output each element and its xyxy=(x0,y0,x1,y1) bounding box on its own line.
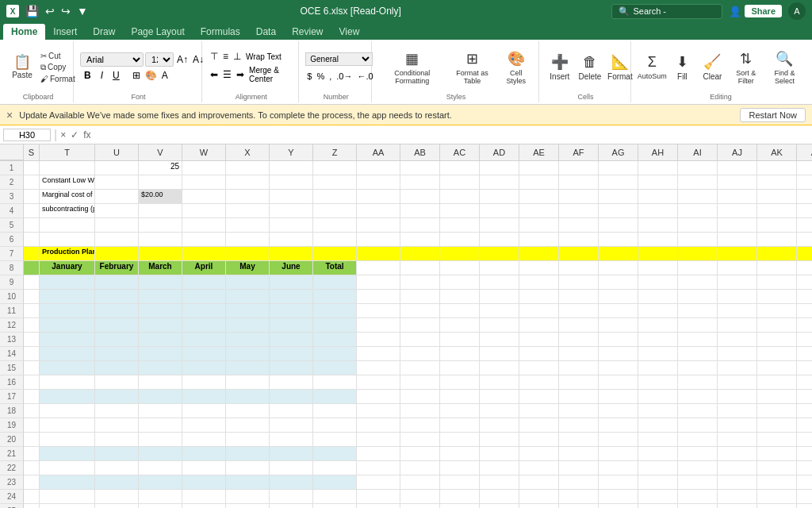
notification-close[interactable]: × xyxy=(6,109,13,121)
col-header-u[interactable]: U xyxy=(95,144,139,160)
col-header-ah[interactable]: AH xyxy=(638,144,678,160)
format-button[interactable]: 📐 Format xyxy=(606,44,634,90)
col-header-x[interactable]: X xyxy=(226,144,270,160)
col-march[interactable]: March xyxy=(139,261,182,275)
col-header-ac[interactable]: AC xyxy=(440,144,480,160)
cell-u1[interactable] xyxy=(95,161,139,175)
cell-t2[interactable]: Constant Low Workforce xyxy=(40,175,95,190)
autosum-button[interactable]: Σ AutoSum xyxy=(638,44,666,90)
clear-button[interactable]: 🧹 Clear xyxy=(698,44,726,90)
underline-button[interactable]: U xyxy=(109,68,124,83)
cancel-formula-icon[interactable]: × xyxy=(60,129,66,140)
cell-reference-box[interactable] xyxy=(3,129,51,141)
col-header-ab[interactable]: AB xyxy=(400,144,440,160)
cell-aa3[interactable] xyxy=(357,190,400,204)
col-header-v[interactable]: V xyxy=(139,144,182,160)
col-header-aj[interactable]: AJ xyxy=(718,144,757,160)
format-as-table-button[interactable]: ⊞ Format as Table xyxy=(447,44,497,90)
cell-x1[interactable] xyxy=(226,161,270,175)
cell-x2[interactable] xyxy=(226,175,270,190)
wrap-text-button[interactable]: Wrap Text xyxy=(244,51,283,63)
tab-formulas[interactable]: Formulas xyxy=(193,24,248,40)
conditional-formatting-button[interactable]: ▦ Conditional Formatting xyxy=(378,44,446,90)
cell-w2[interactable] xyxy=(182,175,226,190)
col-total[interactable]: Total xyxy=(313,261,357,275)
copy-button[interactable]: ⧉ Copy xyxy=(38,62,78,73)
cut-button[interactable]: ✂ Cut xyxy=(38,51,78,61)
cell-v2[interactable] xyxy=(139,175,182,190)
format-painter-button[interactable]: 🖌 Format xyxy=(38,74,78,84)
align-bottom-icon[interactable]: ⊥ xyxy=(232,49,243,64)
cell-u3[interactable] xyxy=(95,190,139,204)
redo-icon[interactable]: ↪ xyxy=(59,3,72,19)
cell-x3[interactable] xyxy=(226,190,270,204)
delete-button[interactable]: 🗑 Delete xyxy=(576,44,604,90)
confirm-formula-icon[interactable]: ✓ xyxy=(71,129,79,140)
decrease-decimal-icon[interactable]: ←.0 xyxy=(355,70,374,83)
col-header-w[interactable]: W xyxy=(182,144,226,160)
function-icon[interactable]: fx xyxy=(83,129,90,140)
currency-icon[interactable]: $ xyxy=(305,70,313,83)
fill-color-icon[interactable]: 🎨 xyxy=(144,70,159,81)
cell-y1[interactable] xyxy=(270,161,313,175)
cell-u2[interactable] xyxy=(95,175,139,190)
col-header-aa[interactable]: AA xyxy=(357,144,400,160)
align-right-icon[interactable]: ➡ xyxy=(235,67,246,82)
col-header-ai[interactable]: AI xyxy=(678,144,718,160)
cell-v1[interactable]: 25 xyxy=(139,161,182,175)
tab-view[interactable]: View xyxy=(331,24,368,40)
cell-w1[interactable] xyxy=(182,161,226,175)
cell-z3[interactable] xyxy=(313,190,357,204)
tab-page-layout[interactable]: Page Layout xyxy=(123,24,192,40)
col-header-t[interactable]: T xyxy=(40,144,95,160)
cell-z1[interactable] xyxy=(313,161,357,175)
restart-button[interactable]: Restart Now xyxy=(740,108,806,122)
cell-styles-button[interactable]: 🎨 Cell Styles xyxy=(499,44,534,90)
col-june[interactable]: June xyxy=(270,261,313,275)
font-color-icon[interactable]: A xyxy=(160,70,170,81)
tab-review[interactable]: Review xyxy=(284,24,331,40)
col-header-al[interactable]: AL xyxy=(797,144,812,160)
tab-insert[interactable]: Insert xyxy=(45,24,85,40)
col-january[interactable]: January xyxy=(40,261,95,275)
formula-input[interactable] xyxy=(94,129,809,141)
undo-icon[interactable]: ↩ xyxy=(44,3,56,19)
table-title-cell[interactable]: Production Plan 3: Constant Low Workforc… xyxy=(40,247,95,261)
customize-icon[interactable]: ▼ xyxy=(75,3,90,19)
cell-w3[interactable] xyxy=(182,190,226,204)
tab-data[interactable]: Data xyxy=(248,24,284,40)
col-may[interactable]: May xyxy=(226,261,270,275)
tab-home[interactable]: Home xyxy=(3,24,45,40)
cell-aa1[interactable] xyxy=(357,161,400,175)
align-top-icon[interactable]: ⊤ xyxy=(209,49,220,64)
save-icon[interactable]: 💾 xyxy=(24,3,40,19)
percent-icon[interactable]: % xyxy=(315,70,326,83)
italic-button[interactable]: I xyxy=(97,68,107,83)
tab-draw[interactable]: Draw xyxy=(85,24,123,40)
cell-t3[interactable]: Marginal cost of xyxy=(40,190,95,204)
cell-aa2[interactable] xyxy=(357,175,400,190)
col-header-y[interactable]: Y xyxy=(270,144,313,160)
cell-t1[interactable] xyxy=(40,161,95,175)
font-size-select[interactable]: 12 xyxy=(145,52,174,67)
insert-button[interactable]: ➕ Insert xyxy=(546,44,574,90)
fill-button[interactable]: ⬇ Fill xyxy=(668,44,696,90)
cell-s1[interactable] xyxy=(24,161,40,175)
cell-v3[interactable]: $20.00 xyxy=(139,190,182,204)
cell-s2[interactable] xyxy=(24,175,40,190)
cell-s3[interactable] xyxy=(24,190,40,204)
sort-filter-button[interactable]: ⇅ Sort & Filter xyxy=(728,44,763,90)
border-icon[interactable]: ⊞ xyxy=(131,70,142,81)
search-box[interactable]: 🔍 Search - xyxy=(611,4,722,19)
cell-y2[interactable] xyxy=(270,175,313,190)
col-header-ak[interactable]: AK xyxy=(757,144,797,160)
bold-button[interactable]: B xyxy=(80,68,95,83)
comma-icon[interactable]: , xyxy=(327,70,333,83)
font-name-select[interactable]: Arial xyxy=(80,52,144,67)
col-header-ad[interactable]: AD xyxy=(480,144,519,160)
col-header-af[interactable]: AF xyxy=(559,144,599,160)
col-header-s[interactable]: S xyxy=(24,144,40,160)
font-grow-icon[interactable]: A↑ xyxy=(175,54,190,65)
align-left-icon[interactable]: ⬅ xyxy=(209,67,220,82)
number-format-select[interactable]: General xyxy=(305,52,373,66)
